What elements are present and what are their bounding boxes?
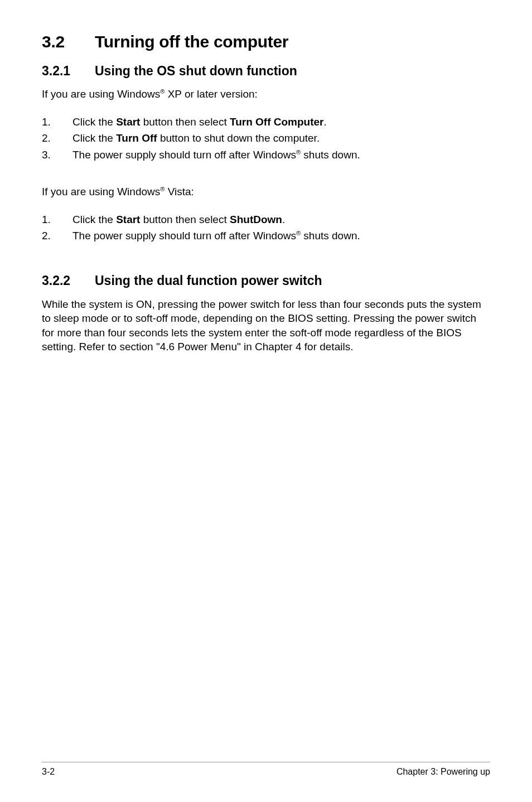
list-number: 2. bbox=[42, 130, 51, 146]
list-item: 3. The power supply should turn off afte… bbox=[42, 147, 490, 163]
section-heading: 3.2Turning off the computer bbox=[42, 32, 490, 51]
list-item: 2. Click the Turn Off button to shut dow… bbox=[42, 130, 490, 146]
registered-symbol: ® bbox=[296, 148, 301, 155]
list-number: 3. bbox=[42, 147, 51, 163]
registered-symbol: ® bbox=[296, 230, 301, 236]
subsection-title: Using the dual function power switch bbox=[95, 273, 322, 288]
page-footer: 3-2 Chapter 3: Powering up bbox=[42, 762, 490, 777]
list-number: 2. bbox=[42, 228, 51, 244]
steps-list: 1. Click the Start button then select Sh… bbox=[42, 211, 490, 244]
subsection-number: 3.2.1 bbox=[42, 64, 95, 79]
page-number: 3-2 bbox=[42, 767, 55, 777]
section-title: Turning off the computer bbox=[95, 32, 288, 51]
subsection-number: 3.2.2 bbox=[42, 273, 95, 288]
list-item: 2. The power supply should turn off afte… bbox=[42, 228, 490, 244]
list-number: 1. bbox=[42, 114, 51, 130]
list-item: 1. Click the Start button then select Tu… bbox=[42, 114, 490, 130]
intro-paragraph: If you are using Windows® XP or later ve… bbox=[42, 88, 490, 102]
list-item: 1. Click the Start button then select Sh… bbox=[42, 211, 490, 228]
steps-list: 1. Click the Start button then select Tu… bbox=[42, 114, 490, 163]
section-number: 3.2 bbox=[42, 32, 95, 51]
body-paragraph: While the system is ON, pressing the pow… bbox=[42, 297, 490, 355]
list-number: 1. bbox=[42, 211, 51, 228]
subsection-heading: 3.2.2Using the dual function power switc… bbox=[42, 273, 490, 288]
intro-paragraph: If you are using Windows® Vista: bbox=[42, 185, 490, 199]
subsection-heading: 3.2.1Using the OS shut down function bbox=[42, 64, 490, 79]
chapter-label: Chapter 3: Powering up bbox=[396, 767, 490, 777]
subsection-title: Using the OS shut down function bbox=[95, 64, 297, 78]
